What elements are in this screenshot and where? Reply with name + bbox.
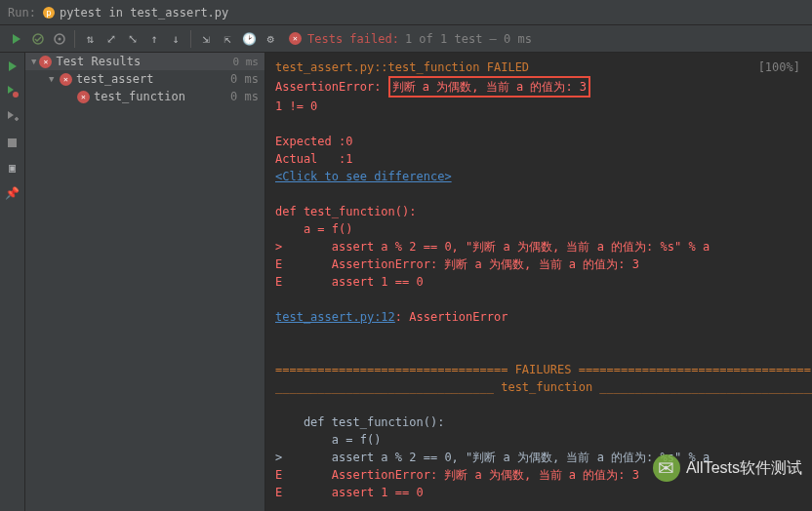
tree-item-assert[interactable]: ▼ ✕ test_assert 0 ms — [25, 70, 264, 88]
svg-rect-6 — [8, 138, 17, 147]
layout-button[interactable]: ▣ — [3, 158, 22, 177]
tree-item-label: test_function — [94, 90, 230, 103]
svg-text:p: p — [46, 8, 51, 18]
tree-header-time: 0 ms — [233, 56, 260, 68]
fail-label: Tests failed: — [307, 32, 399, 46]
console-output: [100%] test_assert.py::test_function FAI… — [265, 53, 812, 511]
settings-icon[interactable]: ⚙ — [260, 28, 281, 50]
pytest-icon: p — [42, 6, 56, 20]
svg-point-4 — [59, 37, 61, 40]
console-line: def test_function(): — [275, 203, 802, 220]
sort-button[interactable]: ⇅ — [79, 28, 101, 50]
pin-button[interactable]: 📌 — [3, 183, 22, 203]
tree-item-label: test_assert — [76, 72, 230, 86]
fail-summary: 1 of 1 test – 0 ms — [405, 32, 532, 46]
svg-point-5 — [13, 92, 19, 98]
console-line: a = f() — [275, 431, 802, 449]
console-line: def test_function(): — [275, 413, 802, 431]
show-passed-toggle[interactable] — [27, 28, 49, 50]
run-config-tab[interactable]: p pytest in test_assert.py — [42, 6, 228, 20]
run-label: Run: — [8, 6, 36, 20]
toggle-auto-test-button[interactable] — [3, 107, 22, 127]
stop-button[interactable] — [3, 133, 22, 152]
console-line: a = f() — [275, 220, 802, 238]
chevron-down-icon: ▼ — [31, 57, 36, 66]
console-line: E assert 1 == 0 — [275, 273, 802, 291]
file-link[interactable]: test_assert.py:12 — [275, 310, 395, 324]
console-line: test_assert.py::test_function FAILED — [275, 59, 802, 76]
tree-item-function[interactable]: ✕ test_function 0 ms — [25, 88, 264, 105]
tree-header-label: Test Results — [56, 55, 232, 68]
tree-item-time: 0 ms — [230, 72, 259, 86]
fail-icon: ✕ — [289, 32, 302, 45]
console-line: _______________________________ test_fun… — [275, 378, 802, 396]
console-line: AssertionError: 判断 a 为偶数, 当前 a 的值为: 3 — [275, 76, 802, 98]
fail-icon: ✕ — [77, 91, 90, 103]
console-line: 1 != 0 — [275, 98, 802, 115]
console-line: ================================= FAILUR… — [275, 361, 802, 378]
run-button[interactable] — [3, 57, 22, 76]
fail-icon: ✕ — [60, 73, 72, 86]
tree-item-time: 0 ms — [230, 90, 259, 103]
chevron-down-icon: ▼ — [49, 74, 57, 84]
left-gutter: ▣ 📌 — [0, 53, 25, 511]
console-line: > assert a % 2 == 0, "判断 a 为偶数, 当前 a 的值为… — [275, 238, 802, 256]
console-line: test_assert.py:12: AssertionError — [275, 308, 802, 326]
fail-icon: ✕ — [39, 56, 52, 68]
rerun-button[interactable] — [6, 28, 27, 50]
tab-label: pytest in test_assert.py — [60, 6, 228, 20]
rerun-failed-button[interactable] — [3, 82, 22, 101]
prev-failed-button[interactable]: ↑ — [143, 28, 165, 50]
show-ignored-toggle[interactable] — [49, 28, 70, 50]
status-text: ✕ Tests failed: 1 of 1 test – 0 ms — [289, 32, 532, 46]
import-button[interactable]: ⇲ — [195, 28, 217, 50]
expand-all-button[interactable]: ⤢ — [101, 28, 122, 50]
history-button[interactable]: 🕑 — [238, 28, 260, 50]
console-line: E AssertionError: 判断 a 为偶数, 当前 a 的值为: 3 — [275, 256, 802, 273]
collapse-all-button[interactable]: ⤡ — [122, 28, 143, 50]
test-tree: ▼ ✕ Test Results 0 ms ▼ ✕ test_assert 0 … — [25, 53, 265, 511]
console-line: E AssertionError: 判断 a 为偶数, 当前 a 的值为: 3 — [275, 466, 802, 484]
diff-link[interactable]: <Click to see difference> — [275, 170, 452, 183]
highlighted-error: 判断 a 为偶数, 当前 a 的值为: 3 — [388, 76, 590, 98]
export-button[interactable]: ⇱ — [217, 28, 238, 50]
console-line: > assert a % 2 == 0, "判断 a 为偶数, 当前 a 的值为… — [275, 449, 802, 466]
console-line: Expected :0 — [275, 133, 802, 150]
console-line: E assert 1 == 0 — [275, 484, 802, 501]
next-failed-button[interactable]: ↓ — [165, 28, 186, 50]
console-line: Actual :1 — [275, 150, 802, 168]
progress-indicator: [100%] — [758, 59, 800, 76]
tree-header[interactable]: ▼ ✕ Test Results 0 ms — [25, 53, 264, 70]
